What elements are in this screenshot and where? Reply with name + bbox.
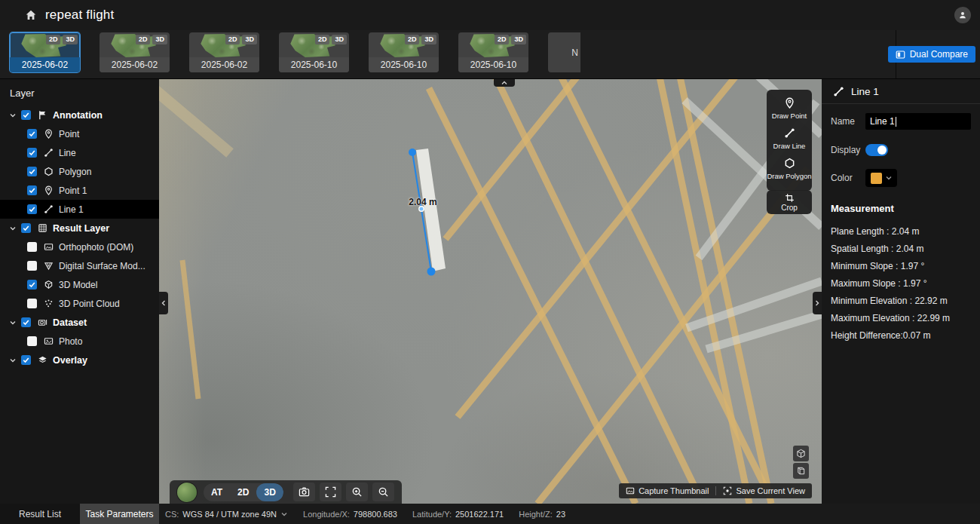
view-cube-top-button[interactable] xyxy=(793,446,809,461)
zoom-in-button[interactable] xyxy=(346,483,368,501)
measurement-list: Plane Length : 2.04 mSpatial Length : 2.… xyxy=(831,222,971,344)
map-toolbar: AT2D3D xyxy=(170,480,402,504)
layer-checkbox[interactable] xyxy=(27,261,37,271)
measure-endpoint-top xyxy=(409,149,416,156)
layer-item-3d-point-cloud[interactable]: 3D Point Cloud xyxy=(0,294,159,313)
thumbnail-image: 2D3D xyxy=(369,32,439,57)
flight-thumbnail[interactable]: 2D3D2025-06-10 xyxy=(458,32,528,72)
flight-thumbnail[interactable]: 2D3D2025-06-02 xyxy=(10,32,80,72)
view-cube-controls xyxy=(793,446,809,479)
tab-task-parameters[interactable]: Task Parameters xyxy=(80,504,159,524)
color-swatch xyxy=(871,173,882,184)
longitude-value: 798800.683 xyxy=(354,510,397,519)
layer-item-point-1[interactable]: Point 1 xyxy=(0,181,159,200)
flight-thumbnail[interactable]: 2D3D2025-06-02 xyxy=(189,32,259,72)
user-avatar[interactable] xyxy=(954,7,971,23)
zoom-in-icon xyxy=(351,486,363,498)
screenshot-button[interactable] xyxy=(293,483,315,501)
layer-item-digital-surface-mod[interactable]: Digital Surface Mod... xyxy=(0,256,159,275)
layer-checkbox[interactable] xyxy=(27,185,37,195)
layer-item-point[interactable]: Point xyxy=(0,124,159,143)
draw-line-label: Draw Line xyxy=(773,142,806,150)
collapse-sidebar-button[interactable] xyxy=(159,292,168,314)
draw-point-button[interactable]: Draw Point xyxy=(767,97,812,120)
save-view-label: Save Current View xyxy=(736,486,805,495)
layer-checkbox[interactable] xyxy=(27,336,37,346)
layer-item-line-1[interactable]: Line 1 xyxy=(0,200,159,219)
line-icon xyxy=(44,148,54,158)
layer-item-photo[interactable]: Photo xyxy=(0,332,159,351)
layer-item-label: Polygon xyxy=(59,167,91,177)
flight-thumbnail[interactable]: 2D3D2025-06-02 xyxy=(100,32,170,72)
measurement-value: 1.97 ° xyxy=(901,261,925,271)
collapse-inspector-button[interactable] xyxy=(813,292,822,314)
layer-item-label: 3D Model xyxy=(59,280,97,290)
minimap-thumbnail[interactable] xyxy=(177,483,197,502)
tab-result-list[interactable]: Result List xyxy=(0,504,80,524)
zoom-out-button[interactable] xyxy=(372,483,394,501)
fit-frame-icon xyxy=(325,486,336,498)
mode-2d-button[interactable]: 2D xyxy=(230,483,256,501)
mode-3d-button[interactable]: 3D xyxy=(256,483,283,501)
layer-checkbox[interactable] xyxy=(27,167,37,176)
display-toggle[interactable] xyxy=(865,144,888,156)
layer-group-result-layer[interactable]: Result Layer xyxy=(0,219,159,237)
layer-checkbox[interactable] xyxy=(27,148,37,158)
dual-compare-button[interactable]: Dual Compare xyxy=(888,46,975,63)
layer-checkbox[interactable] xyxy=(27,280,37,290)
mode-at-button[interactable]: AT xyxy=(204,483,230,501)
color-picker[interactable] xyxy=(865,169,897,187)
fit-view-button[interactable] xyxy=(320,483,341,501)
layer-item-3d-model[interactable]: 3D Model xyxy=(0,275,159,294)
chevron-down-icon xyxy=(9,319,17,326)
capture-thumbnail-label: Capture Thumbnail xyxy=(639,486,709,495)
capture-thumbnail-button[interactable]: Capture Thumbnail xyxy=(626,486,709,495)
layer-group-dataset[interactable]: Dataset xyxy=(0,313,159,332)
measurement-value: 22.99 m xyxy=(917,313,950,323)
name-input[interactable]: Line 1 xyxy=(865,113,971,130)
thumbnail-partial[interactable]: N xyxy=(548,32,580,72)
layer-checkbox[interactable] xyxy=(27,299,37,308)
user-icon xyxy=(958,11,967,20)
crop-button[interactable]: Crop xyxy=(767,190,812,214)
layer-checkbox[interactable] xyxy=(21,317,31,327)
measurement-row: Minimum Elevation : 22.92 m xyxy=(831,292,971,309)
collapse-strip-button[interactable] xyxy=(494,79,515,87)
layer-checkbox[interactable] xyxy=(21,110,31,120)
flight-thumbnail[interactable]: 2D3D2025-06-10 xyxy=(369,32,439,72)
measurement-row: Spatial Length : 2.04 m xyxy=(831,240,971,257)
thumbnail-date: 2025-06-10 xyxy=(458,57,528,72)
badge-2d: 2D xyxy=(405,35,420,44)
grid-icon xyxy=(38,223,47,233)
draw-polygon-button[interactable]: Draw Polygon xyxy=(767,158,812,180)
latitude-readout: Latitude/Y: 2501622.171 xyxy=(412,510,504,519)
coordinate-system[interactable]: CS: WGS 84 / UTM zone 49N xyxy=(165,510,288,519)
layer-group-overlay[interactable]: Overlay xyxy=(0,351,159,369)
display-field-row: Display xyxy=(831,144,971,156)
flight-thumbnail[interactable]: 2D3D2025-06-10 xyxy=(279,32,349,72)
measurement-value: 1.97 ° xyxy=(903,278,927,289)
display-label: Display xyxy=(831,145,865,155)
layer-group-annotation[interactable]: Annotation xyxy=(0,106,159,124)
measurement-label: Minimum Slope xyxy=(831,261,893,271)
view-cube-side-button[interactable] xyxy=(793,463,809,479)
layer-item-orthophoto-dom[interactable]: Orthophoto (DOM) xyxy=(0,237,159,256)
line-icon xyxy=(44,204,54,214)
layer-checkbox[interactable] xyxy=(21,223,31,233)
layer-item-polygon[interactable]: Polygon xyxy=(0,162,159,181)
layer-item-line[interactable]: Line xyxy=(0,143,159,162)
dual-compare-icon xyxy=(896,50,905,60)
name-label: Name xyxy=(831,116,865,127)
map-viewport[interactable]: 2.04 m Draw PointDraw LineDraw Polygon C… xyxy=(159,79,822,504)
height-label: Height/Z: xyxy=(519,510,553,519)
polygon-icon xyxy=(44,167,54,176)
layer-checkbox[interactable] xyxy=(27,242,37,252)
layer-checkbox[interactable] xyxy=(27,129,37,139)
save-current-view-button[interactable]: Save Current View xyxy=(723,486,805,495)
measurement-row: Plane Length : 2.04 m xyxy=(831,222,971,240)
layer-item-label: 3D Point Cloud xyxy=(59,299,120,309)
layer-checkbox[interactable] xyxy=(27,204,37,214)
layer-checkbox[interactable] xyxy=(21,355,31,365)
draw-line-button[interactable]: Draw Line xyxy=(767,127,812,150)
home-icon[interactable] xyxy=(25,9,37,21)
